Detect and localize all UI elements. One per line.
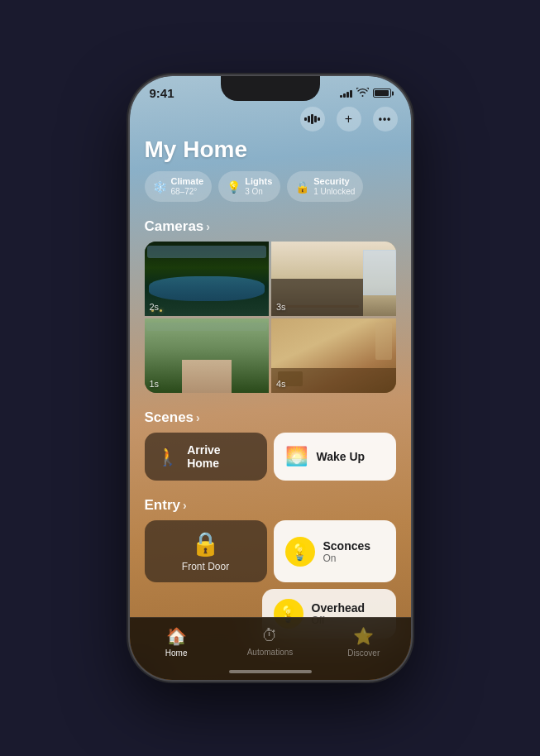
arrive-home-label: Arrive Home xyxy=(187,443,255,470)
cameras-section-title: Cameras xyxy=(145,218,204,235)
chip-climate-value: 68–72° xyxy=(171,187,204,197)
scenes-row: 🚶 Arrive Home 🌅 Wake Up xyxy=(130,433,411,492)
camera-3-timer: 1s xyxy=(150,379,160,389)
more-button[interactable]: ••• xyxy=(373,107,398,132)
camera-4[interactable]: 4s xyxy=(271,318,396,393)
add-button[interactable]: + xyxy=(337,107,361,132)
battery-icon xyxy=(373,89,391,98)
chip-lights[interactable]: 💡 Lights 3 On xyxy=(218,171,280,202)
security-icon: 🔒 xyxy=(295,180,309,194)
automations-tab-icon: ⏱ xyxy=(261,626,278,645)
scene-arrive-home[interactable]: 🚶 Arrive Home xyxy=(145,433,267,481)
tab-discover[interactable]: ⭐ Discover xyxy=(317,626,410,658)
cameras-section-header[interactable]: Cameras › xyxy=(130,213,411,242)
sconces-status: On xyxy=(323,553,371,564)
scene-wake-up[interactable]: 🌅 Wake Up xyxy=(274,433,396,481)
camera-3[interactable]: 1s xyxy=(145,318,270,393)
camera-1-timer: 2s xyxy=(150,302,160,312)
entry-chevron-icon: › xyxy=(183,499,187,512)
header-toolbar: + ••• xyxy=(130,103,411,135)
camera-1[interactable]: 2s xyxy=(145,242,270,316)
plus-icon: + xyxy=(345,112,352,127)
page-title: My Home xyxy=(130,135,411,171)
status-time: 9:41 xyxy=(150,86,174,100)
overhead-label: Overhead xyxy=(312,601,366,615)
status-chips: ❄️ Climate 68–72° 💡 Lights 3 On 🔒 Securi… xyxy=(130,171,411,213)
camera-2[interactable]: 3s xyxy=(271,242,396,316)
entry-row: 🔒 Front Door 💡 Sconces On xyxy=(130,520,411,589)
device-front-door[interactable]: 🔒 Front Door xyxy=(145,520,267,582)
front-door-label: Front Door xyxy=(182,561,229,572)
home-tab-label: Home xyxy=(165,648,188,658)
entry-section-title: Entry xyxy=(145,497,180,514)
automations-tab-label: Automations xyxy=(247,648,294,657)
siri-button[interactable] xyxy=(300,107,325,132)
chip-climate[interactable]: ❄️ Climate 68–72° xyxy=(145,171,213,202)
sconces-icon: 💡 xyxy=(285,537,315,567)
climate-icon: ❄️ xyxy=(153,180,167,194)
wifi-icon xyxy=(356,88,369,98)
wake-up-icon: 🌅 xyxy=(285,446,308,467)
discover-tab-label: Discover xyxy=(347,648,380,658)
tab-home[interactable]: 🏠 Home xyxy=(130,626,223,658)
chip-climate-label: Climate xyxy=(171,176,204,187)
lock-icon: 🔒 xyxy=(191,530,220,557)
signal-icon xyxy=(340,89,352,98)
home-indicator xyxy=(229,670,312,673)
arrive-home-icon: 🚶 xyxy=(156,446,179,467)
discover-tab-icon: ⭐ xyxy=(353,626,374,646)
chip-security-value: 1 Unlocked xyxy=(313,187,355,197)
camera-2-timer: 3s xyxy=(276,302,286,312)
scenes-section-title: Scenes xyxy=(145,409,194,426)
chip-security[interactable]: 🔒 Security 1 Unlocked xyxy=(287,171,363,202)
camera-4-timer: 4s xyxy=(276,379,286,389)
notch xyxy=(221,76,320,101)
ellipsis-icon: ••• xyxy=(379,113,392,125)
chip-lights-label: Lights xyxy=(245,176,272,187)
wake-up-label: Wake Up xyxy=(317,450,366,463)
entry-section-header[interactable]: Entry › xyxy=(130,492,411,520)
chip-lights-value: 3 On xyxy=(245,187,272,197)
home-tab-icon: 🏠 xyxy=(166,626,187,646)
status-icons xyxy=(340,88,391,98)
camera-grid: 2s 3s 1s xyxy=(145,242,396,393)
tab-automations[interactable]: ⏱ Automations xyxy=(223,626,317,657)
scenes-chevron-icon: › xyxy=(196,411,200,424)
chip-security-label: Security xyxy=(313,176,355,187)
waveform-icon xyxy=(304,113,320,125)
cameras-chevron-icon: › xyxy=(206,220,210,233)
phone-frame: 9:41 xyxy=(130,76,411,680)
scenes-section-header[interactable]: Scenes › xyxy=(130,404,411,433)
lights-icon: 💡 xyxy=(227,180,241,194)
sconces-label: Sconces xyxy=(323,539,371,553)
device-sconces[interactable]: 💡 Sconces On xyxy=(274,520,396,582)
screen: 9:41 xyxy=(130,76,411,680)
